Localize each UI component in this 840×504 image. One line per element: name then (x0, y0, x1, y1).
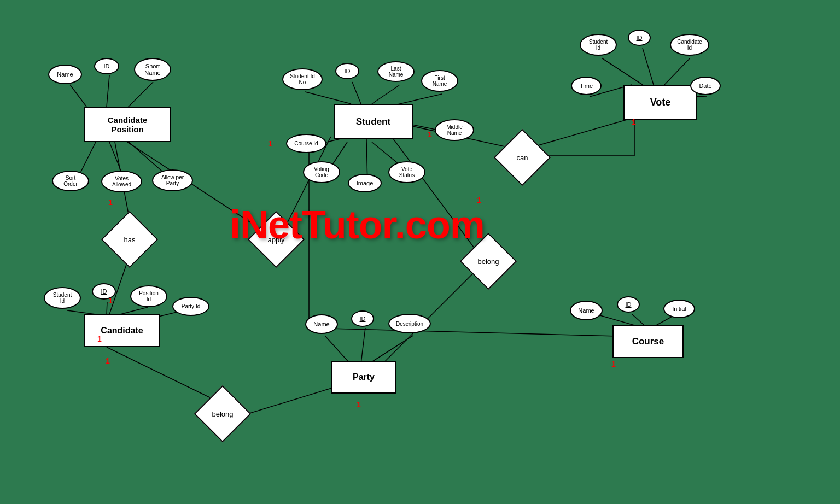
entity-candidate: Candidate (84, 314, 160, 347)
svg-line-9 (107, 302, 107, 314)
ellipse-v-id: ID (628, 30, 651, 46)
ellipse-st-middlename: MiddleName (435, 119, 474, 141)
ellipse-c-id: ID (617, 296, 640, 313)
number-1-can-vote: 1 (632, 118, 636, 126)
ellipse-st-id: ID (335, 63, 359, 79)
entity-student: Student (334, 104, 413, 139)
entity-party: Party (331, 361, 396, 394)
svg-line-34 (664, 58, 690, 85)
number-1-cand-belong: 1 (106, 356, 110, 365)
svg-line-33 (643, 48, 654, 85)
ellipse-cand-positionid: PositionId (130, 285, 167, 307)
entity-vote: Vote (623, 85, 697, 120)
entity-candidate-position: CandidatePosition (84, 107, 171, 142)
ellipse-st-lastname: LastName (377, 61, 415, 82)
svg-line-18 (352, 82, 361, 104)
number-1-has-cand: 1 (108, 296, 113, 305)
svg-line-1 (107, 75, 109, 107)
ellipse-p-id: ID (351, 310, 374, 327)
ellipse-st-courseid: Course Id (286, 134, 326, 153)
ellipse-p-name: Name (305, 314, 338, 334)
ellipse-p-description: Description (388, 314, 431, 333)
svg-line-12 (107, 347, 224, 405)
svg-line-41 (309, 328, 618, 336)
ellipse-c-name: Name (570, 301, 603, 320)
number-1-party-bottom: 1 (357, 400, 361, 409)
ellipse-cp-votesallowed: VotesAllowed (101, 171, 142, 192)
ellipse-cand-studentid: StudentId (44, 287, 81, 309)
svg-line-17 (305, 92, 351, 104)
ellipse-v-date: Date (690, 77, 721, 95)
ellipse-st-image: Image (348, 174, 382, 192)
diamond-belong-right: belong (464, 245, 513, 278)
entity-course: Course (612, 325, 684, 358)
number-1-belong-right: 1 (477, 196, 481, 204)
ellipse-st-studentidno: Student IdNo (282, 68, 323, 90)
svg-line-8 (67, 310, 96, 314)
ellipse-cp-id: ID (94, 58, 119, 74)
ellipse-cp-shortname: ShortName (134, 58, 171, 81)
watermark: iNetTutor.com (230, 202, 485, 247)
ellipse-st-firstname: FirstName (421, 70, 458, 92)
ellipse-cp-allowparty: Allow perParty (152, 169, 193, 191)
number-1-apply: 1 (268, 139, 272, 148)
ellipse-v-time: Time (571, 77, 602, 95)
diamond-has: has (105, 223, 154, 256)
ellipse-st-votestatus: VoteStatus (388, 161, 425, 183)
ellipse-v-candidateid: CandidateId (670, 34, 709, 56)
ellipse-cp-name: Name (48, 65, 82, 84)
svg-line-2 (126, 82, 153, 109)
number-1-cand-2: 1 (97, 335, 102, 343)
ellipse-st-votingcode: VotingCode (303, 161, 340, 183)
svg-line-10 (120, 307, 148, 314)
diamond-can: can (498, 141, 547, 174)
ellipse-c-initial: Initial (663, 300, 695, 318)
svg-line-14 (325, 336, 350, 364)
svg-line-32 (602, 58, 643, 85)
svg-line-0 (70, 85, 86, 107)
ellipse-v-studentid: StudentId (580, 34, 617, 56)
number-1-course: 1 (611, 360, 616, 368)
svg-line-19 (372, 85, 399, 104)
ellipse-cand-partyid: Party Id (172, 297, 209, 316)
svg-line-38 (632, 314, 644, 325)
diamond-belong-bottom: belong (198, 397, 247, 430)
number-1-st-middlename: 1 (428, 130, 432, 139)
svg-line-15 (361, 328, 365, 364)
ellipse-cp-sortorder: SortOrder (52, 171, 89, 191)
number-1-cp-has: 1 (108, 198, 113, 207)
